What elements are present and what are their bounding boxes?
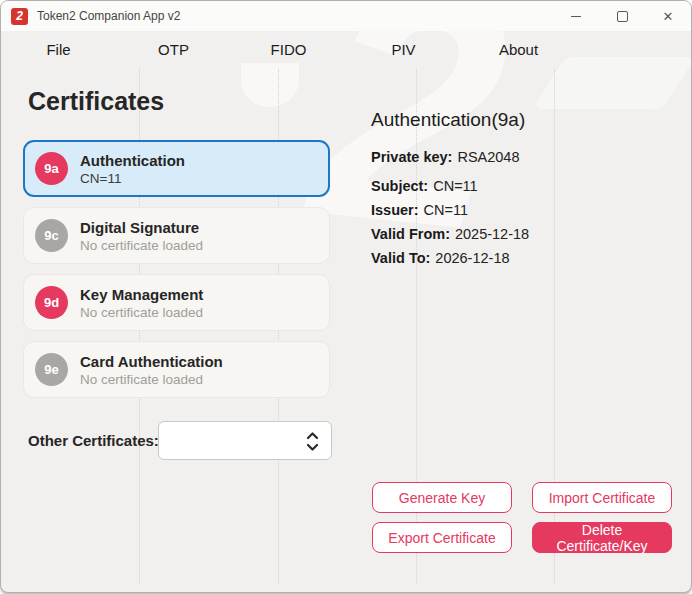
slot-subtitle: No certificate loaded bbox=[80, 304, 203, 321]
field-label: Subject: bbox=[371, 178, 428, 194]
slot-title: Digital Signature bbox=[80, 218, 203, 237]
field-value: CN=11 bbox=[433, 178, 477, 194]
field-value: 2026-12-18 bbox=[435, 250, 509, 266]
details-heading: Authentication(9a) bbox=[371, 109, 525, 131]
field-value: RSA2048 bbox=[457, 149, 519, 165]
titlebar: 2 Token2 Companion App v2 ✕ bbox=[1, 1, 691, 31]
slot-badge-9d: 9d bbox=[35, 286, 68, 319]
menu-bar: File OTP FIDO PIV About bbox=[1, 31, 576, 69]
slot-key-management-9d[interactable]: 9d Key Management No certificate loaded bbox=[23, 274, 330, 331]
maximize-icon bbox=[617, 11, 628, 22]
menu-item-otp[interactable]: OTP bbox=[116, 31, 231, 69]
field-issuer: Issuer:CN=11 bbox=[371, 202, 529, 219]
generate-key-button[interactable]: Generate Key bbox=[372, 482, 512, 513]
minimize-button[interactable] bbox=[553, 1, 599, 31]
other-certificates-select[interactable] bbox=[158, 421, 332, 460]
menu-item-file[interactable]: File bbox=[1, 31, 116, 69]
window-title: Token2 Companion App v2 bbox=[37, 9, 180, 23]
slot-card-authentication-9e[interactable]: 9e Card Authentication No certificate lo… bbox=[23, 341, 330, 398]
slot-digital-signature-9c[interactable]: 9c Digital Signature No certificate load… bbox=[23, 207, 330, 264]
slot-text: Digital Signature No certificate loaded bbox=[80, 218, 203, 254]
app-window: 2 2 Token2 Companion App v2 ✕ File OTP F bbox=[0, 0, 692, 593]
app-icon-glyph: 2 bbox=[16, 10, 23, 22]
details-panel: Private key:RSA2048 Subject:CN=11 Issuer… bbox=[371, 149, 529, 274]
field-label: Private key: bbox=[371, 149, 452, 165]
import-certificate-button[interactable]: Import Certificate bbox=[532, 482, 672, 513]
field-value: CN=11 bbox=[424, 202, 468, 218]
window-controls: ✕ bbox=[553, 1, 691, 31]
maximize-button[interactable] bbox=[599, 1, 645, 31]
slot-title: Card Authentication bbox=[80, 352, 223, 371]
slot-subtitle: CN=11 bbox=[80, 170, 185, 187]
slot-badge-9e: 9e bbox=[35, 353, 68, 386]
minimize-icon bbox=[571, 16, 581, 17]
other-certificates-label: Other Certificates: bbox=[28, 421, 159, 460]
close-icon: ✕ bbox=[663, 10, 674, 23]
slot-text: Key Management No certificate loaded bbox=[80, 285, 203, 321]
field-value: 2025-12-18 bbox=[455, 226, 529, 242]
field-label: Valid To: bbox=[371, 250, 430, 266]
delete-certificate-key-button[interactable]: Delete Certificate/Key bbox=[532, 522, 672, 553]
slot-subtitle: No certificate loaded bbox=[80, 371, 223, 388]
field-private-key: Private key:RSA2048 bbox=[371, 149, 529, 166]
combobox-updown-icon bbox=[305, 430, 320, 453]
field-label: Issuer: bbox=[371, 202, 419, 218]
field-valid-to: Valid To:2026-12-18 bbox=[371, 250, 529, 267]
slot-text: Card Authentication No certificate loade… bbox=[80, 352, 223, 388]
field-valid-from: Valid From:2025-12-18 bbox=[371, 226, 529, 243]
slot-subtitle: No certificate loaded bbox=[80, 237, 203, 254]
menu-item-fido[interactable]: FIDO bbox=[231, 31, 346, 69]
slot-badge-9c: 9c bbox=[35, 219, 68, 252]
field-label: Valid From: bbox=[371, 226, 450, 242]
slot-text: Authentication CN=11 bbox=[80, 151, 185, 187]
menu-item-piv[interactable]: PIV bbox=[346, 31, 461, 69]
certificate-slot-list: 9a Authentication CN=11 9c Digital Signa… bbox=[23, 140, 330, 408]
export-certificate-button[interactable]: Export Certificate bbox=[372, 522, 512, 553]
close-button[interactable]: ✕ bbox=[645, 1, 691, 31]
page-title: Certificates bbox=[28, 87, 164, 116]
slot-title: Authentication bbox=[80, 151, 185, 170]
slot-authentication-9a[interactable]: 9a Authentication CN=11 bbox=[23, 140, 330, 197]
slot-title: Key Management bbox=[80, 285, 203, 304]
app-icon: 2 bbox=[11, 8, 28, 25]
watermark-blob bbox=[241, 63, 299, 107]
slot-badge-9a: 9a bbox=[35, 152, 68, 185]
field-subject: Subject:CN=11 bbox=[371, 178, 529, 195]
menu-item-about[interactable]: About bbox=[461, 31, 576, 69]
